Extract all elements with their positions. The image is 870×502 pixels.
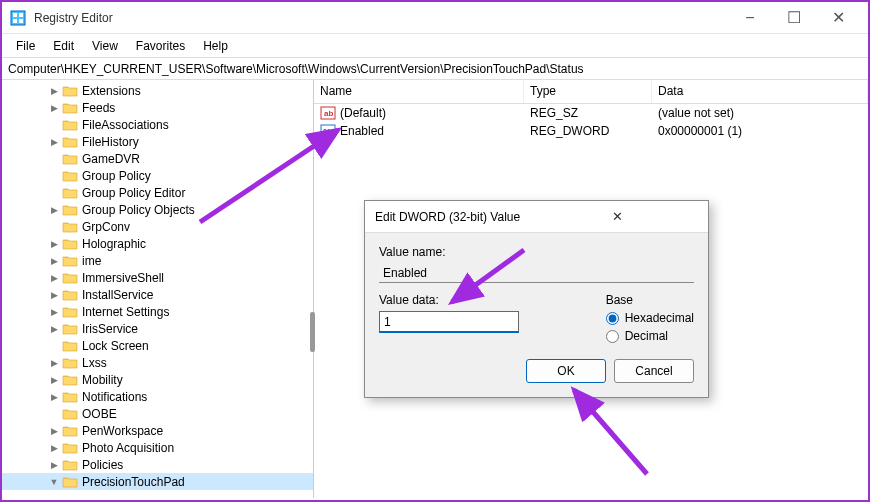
chevron-right-icon[interactable]: ▶ bbox=[48, 272, 60, 284]
menu-edit[interactable]: Edit bbox=[45, 37, 82, 55]
chevron-right-icon[interactable]: ▶ bbox=[48, 442, 60, 454]
radio-hex-input[interactable] bbox=[606, 312, 619, 325]
tree-item-label: Lxss bbox=[82, 356, 107, 370]
tree-item[interactable]: ▶Policies bbox=[2, 456, 313, 473]
list-row[interactable]: ab(Default)REG_SZ(value not set) bbox=[314, 104, 868, 122]
folder-icon bbox=[62, 220, 78, 234]
chevron-right-icon[interactable]: ▶ bbox=[48, 374, 60, 386]
splitter-handle[interactable] bbox=[310, 312, 315, 352]
address-bar[interactable]: Computer\HKEY_CURRENT_USER\Software\Micr… bbox=[2, 58, 868, 80]
tree-item[interactable]: ▶PenWorkspace bbox=[2, 422, 313, 439]
tree-item[interactable]: ▶IrisService bbox=[2, 320, 313, 337]
col-header-data[interactable]: Data bbox=[652, 80, 868, 103]
ok-button[interactable]: OK bbox=[526, 359, 606, 383]
chevron-right-icon[interactable]: ▶ bbox=[48, 306, 60, 318]
list-header: Name Type Data bbox=[314, 80, 868, 104]
value-name-field[interactable] bbox=[379, 263, 694, 283]
col-header-name[interactable]: Name bbox=[314, 80, 524, 103]
folder-icon bbox=[62, 118, 78, 132]
value-data: 0x00000001 (1) bbox=[652, 123, 868, 139]
tree-item[interactable]: ▶Mobility bbox=[2, 371, 313, 388]
folder-icon bbox=[62, 186, 78, 200]
tree-item-label: Group Policy Objects bbox=[82, 203, 195, 217]
chevron-right-icon[interactable]: ▶ bbox=[48, 238, 60, 250]
chevron-right-icon[interactable]: ▶ bbox=[48, 357, 60, 369]
tree-panel[interactable]: ▶Extensions▶FeedsFileAssociations▶FileHi… bbox=[2, 80, 314, 498]
reg-dword-icon: 011 bbox=[320, 123, 336, 139]
dialog-titlebar[interactable]: Edit DWORD (32-bit) Value ✕ bbox=[365, 201, 708, 233]
chevron-right-icon[interactable]: ▶ bbox=[48, 255, 60, 267]
tree-item[interactable]: ▶Internet Settings bbox=[2, 303, 313, 320]
folder-icon bbox=[62, 458, 78, 472]
tree-item[interactable]: ▶ime bbox=[2, 252, 313, 269]
chevron-right-icon[interactable]: ▶ bbox=[48, 459, 60, 471]
radio-hex[interactable]: Hexadecimal bbox=[606, 311, 694, 325]
folder-icon bbox=[62, 322, 78, 336]
svg-rect-2 bbox=[19, 13, 23, 17]
svg-text:011: 011 bbox=[323, 128, 335, 135]
tree-item-label: InstallService bbox=[82, 288, 153, 302]
tree-item-label: PenWorkspace bbox=[82, 424, 163, 438]
chevron-right-icon[interactable]: ▶ bbox=[48, 102, 60, 114]
value-type: REG_SZ bbox=[524, 105, 652, 121]
chevron-right-icon[interactable]: ▶ bbox=[48, 391, 60, 403]
minimize-button[interactable]: − bbox=[728, 4, 772, 32]
tree-item[interactable]: ▶Group Policy Objects bbox=[2, 201, 313, 218]
cancel-button[interactable]: Cancel bbox=[614, 359, 694, 383]
chevron-right-icon[interactable]: ▶ bbox=[48, 323, 60, 335]
tree-item[interactable]: Lock Screen bbox=[2, 337, 313, 354]
tree-item[interactable]: ▶Photo Acquisition bbox=[2, 439, 313, 456]
dialog-close-button[interactable]: ✕ bbox=[537, 207, 699, 227]
tree-item[interactable]: GrpConv bbox=[2, 218, 313, 235]
dialog-title: Edit DWORD (32-bit) Value bbox=[375, 210, 537, 224]
menu-view[interactable]: View bbox=[84, 37, 126, 55]
value-name: (Default) bbox=[340, 106, 386, 120]
value-data-field[interactable] bbox=[379, 311, 519, 333]
reg-string-icon: ab bbox=[320, 105, 336, 121]
tree-item[interactable]: OOBE bbox=[2, 405, 313, 422]
folder-icon bbox=[62, 84, 78, 98]
value-type: REG_DWORD bbox=[524, 123, 652, 139]
folder-icon bbox=[62, 373, 78, 387]
tree-item[interactable]: ▶ImmersiveShell bbox=[2, 269, 313, 286]
folder-icon bbox=[62, 152, 78, 166]
tree-item[interactable]: FileAssociations bbox=[2, 116, 313, 133]
folder-icon bbox=[62, 390, 78, 404]
value-data-label: Value data: bbox=[379, 293, 590, 307]
tree-item-label: ImmersiveShell bbox=[82, 271, 164, 285]
radio-dec[interactable]: Decimal bbox=[606, 329, 694, 343]
close-button[interactable]: ✕ bbox=[816, 4, 860, 32]
chevron-right-icon[interactable]: ▶ bbox=[48, 289, 60, 301]
svg-rect-4 bbox=[19, 19, 23, 23]
list-row[interactable]: 011EnabledREG_DWORD0x00000001 (1) bbox=[314, 122, 868, 140]
tree-item[interactable]: ▶Feeds bbox=[2, 99, 313, 116]
tree-item-label: GrpConv bbox=[82, 220, 130, 234]
chevron-right-icon[interactable]: ▶ bbox=[48, 204, 60, 216]
tree-item[interactable]: ▶InstallService bbox=[2, 286, 313, 303]
menu-help[interactable]: Help bbox=[195, 37, 236, 55]
tree-item[interactable]: ▶Notifications bbox=[2, 388, 313, 405]
tree-item[interactable]: Group Policy bbox=[2, 167, 313, 184]
regedit-icon bbox=[10, 10, 26, 26]
tree-item[interactable]: ▶Lxss bbox=[2, 354, 313, 371]
chevron-right-icon[interactable]: ▶ bbox=[48, 85, 60, 97]
tree-item[interactable]: GameDVR bbox=[2, 150, 313, 167]
folder-icon bbox=[62, 288, 78, 302]
window-title: Registry Editor bbox=[34, 11, 728, 25]
tree-item[interactable]: Group Policy Editor bbox=[2, 184, 313, 201]
folder-icon bbox=[62, 305, 78, 319]
chevron-right-icon[interactable]: ▶ bbox=[48, 425, 60, 437]
menu-file[interactable]: File bbox=[8, 37, 43, 55]
col-header-type[interactable]: Type bbox=[524, 80, 652, 103]
radio-dec-input[interactable] bbox=[606, 330, 619, 343]
tree-item[interactable]: ▶FileHistory bbox=[2, 133, 313, 150]
menu-favorites[interactable]: Favorites bbox=[128, 37, 193, 55]
tree-item-label: OOBE bbox=[82, 407, 117, 421]
tree-item[interactable]: ▼PrecisionTouchPad bbox=[2, 473, 313, 490]
tree-item[interactable]: ▶Holographic bbox=[2, 235, 313, 252]
tree-item[interactable]: ▶Extensions bbox=[2, 82, 313, 99]
chevron-down-icon[interactable]: ▼ bbox=[48, 476, 60, 488]
titlebar: Registry Editor − ☐ ✕ bbox=[2, 2, 868, 34]
chevron-right-icon[interactable]: ▶ bbox=[48, 136, 60, 148]
maximize-button[interactable]: ☐ bbox=[772, 4, 816, 32]
